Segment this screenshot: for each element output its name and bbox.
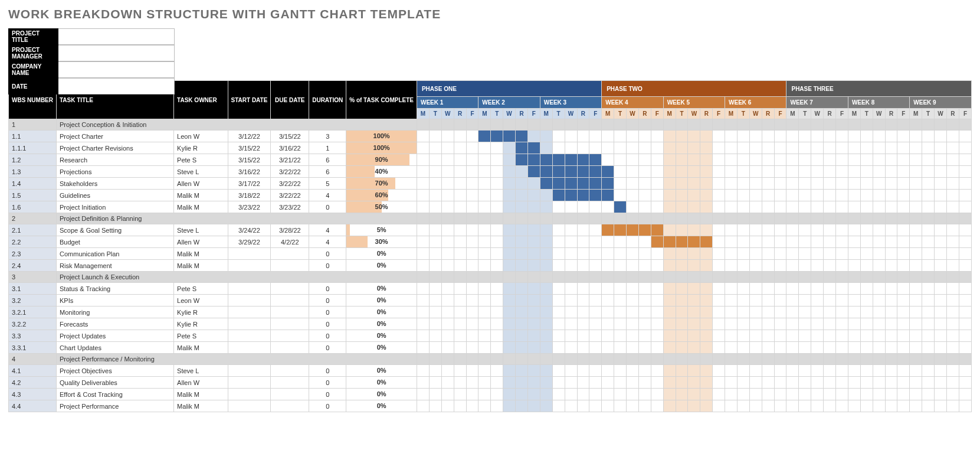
gantt-cell[interactable]: [626, 236, 638, 248]
gantt-cell[interactable]: [725, 354, 738, 365]
gantt-cell[interactable]: [762, 365, 774, 377]
task-title-cell[interactable]: Chart Updates: [57, 342, 174, 354]
gantt-cell[interactable]: [922, 330, 935, 342]
gantt-cell[interactable]: [848, 131, 860, 142]
wbs-cell[interactable]: 1: [9, 119, 57, 131]
gantt-cell[interactable]: [848, 318, 860, 330]
gantt-cell[interactable]: [860, 119, 873, 131]
gantt-cell[interactable]: [786, 166, 799, 178]
gantt-cell[interactable]: [602, 119, 614, 131]
gantt-cell[interactable]: [910, 272, 922, 283]
gantt-cell[interactable]: [774, 201, 786, 213]
gantt-cell[interactable]: [713, 295, 725, 306]
gantt-cell[interactable]: [725, 272, 738, 283]
gantt-cell[interactable]: [577, 131, 589, 142]
gantt-cell[interactable]: [441, 377, 454, 389]
gantt-cell[interactable]: [811, 201, 824, 213]
gantt-cell[interactable]: [836, 330, 848, 342]
gantt-cell[interactable]: [663, 190, 676, 201]
gantt-cell[interactable]: [516, 260, 528, 272]
gantt-cell[interactable]: [947, 365, 959, 377]
gantt-cell[interactable]: [774, 119, 786, 131]
wbs-cell[interactable]: 2: [9, 213, 57, 224]
gantt-cell[interactable]: [441, 201, 454, 213]
gantt-cell[interactable]: [873, 154, 885, 166]
gantt-cell[interactable]: [811, 342, 824, 354]
start-date-cell[interactable]: 3/16/22: [228, 166, 271, 178]
gantt-cell[interactable]: [762, 283, 774, 295]
gantt-cell[interactable]: [725, 166, 738, 178]
duration-cell[interactable]: 0: [309, 400, 346, 412]
gantt-cell[interactable]: [737, 283, 749, 295]
gantt-cell[interactable]: [947, 318, 959, 330]
gantt-cell[interactable]: [725, 119, 738, 131]
gantt-cell[interactable]: [824, 224, 836, 236]
gantt-cell[interactable]: [848, 365, 860, 377]
gantt-cell[interactable]: [602, 330, 614, 342]
gantt-cell[interactable]: [589, 272, 602, 283]
gantt-cell[interactable]: [959, 213, 971, 224]
gantt-cell[interactable]: [811, 131, 824, 142]
gantt-cell[interactable]: [897, 166, 910, 178]
gantt-cell[interactable]: [614, 178, 627, 190]
gantt-cell[interactable]: [713, 330, 725, 342]
gantt-cell[interactable]: [417, 260, 429, 272]
gantt-cell[interactable]: [565, 400, 577, 412]
gantt-cell[interactable]: [626, 119, 638, 131]
gantt-cell[interactable]: [466, 283, 478, 295]
gantt-cell[interactable]: [922, 142, 935, 154]
gantt-cell[interactable]: [651, 342, 663, 354]
gantt-cell[interactable]: [774, 354, 786, 365]
gantt-cell[interactable]: [454, 213, 466, 224]
gantt-cell[interactable]: [589, 154, 602, 166]
gantt-cell[interactable]: [799, 330, 811, 342]
duration-cell[interactable]: 1: [309, 142, 346, 154]
gantt-cell[interactable]: [910, 342, 922, 354]
gantt-cell[interactable]: [516, 365, 528, 377]
gantt-cell[interactable]: [836, 318, 848, 330]
gantt-cell[interactable]: [762, 295, 774, 306]
gantt-cell[interactable]: [947, 354, 959, 365]
gantt-cell[interactable]: [527, 389, 540, 400]
duration-cell[interactable]: 0: [309, 365, 346, 377]
duration-cell[interactable]: 0: [309, 283, 346, 295]
pct-complete-cell[interactable]: 60%: [346, 190, 417, 201]
gantt-cell[interactable]: [959, 389, 971, 400]
gantt-cell[interactable]: [935, 283, 947, 295]
wbs-cell[interactable]: 1.2: [9, 154, 57, 166]
gantt-cell[interactable]: [516, 354, 528, 365]
gantt-cell[interactable]: [454, 260, 466, 272]
gantt-cell[interactable]: [441, 306, 454, 318]
gantt-cell[interactable]: [737, 248, 749, 260]
gantt-cell[interactable]: [848, 354, 860, 365]
gantt-cell[interactable]: [602, 178, 614, 190]
gantt-cell[interactable]: [910, 213, 922, 224]
gantt-cell[interactable]: [688, 377, 700, 389]
gantt-cell[interactable]: [897, 330, 910, 342]
start-date-cell[interactable]: [228, 306, 271, 318]
gantt-cell[interactable]: [824, 377, 836, 389]
gantt-cell[interactable]: [491, 400, 503, 412]
gantt-cell[interactable]: [565, 166, 577, 178]
task-title-cell[interactable]: Risk Management: [57, 260, 174, 272]
gantt-cell[interactable]: [935, 131, 947, 142]
gantt-cell[interactable]: [491, 306, 503, 318]
gantt-cell[interactable]: [713, 306, 725, 318]
gantt-cell[interactable]: [602, 342, 614, 354]
wbs-cell[interactable]: 1.5: [9, 190, 57, 201]
gantt-cell[interactable]: [478, 201, 491, 213]
gantt-cell[interactable]: [811, 178, 824, 190]
gantt-cell[interactable]: [626, 201, 638, 213]
start-date-cell[interactable]: [228, 342, 271, 354]
gantt-cell[interactable]: [626, 342, 638, 354]
gantt-cell[interactable]: [527, 213, 540, 224]
gantt-cell[interactable]: [713, 119, 725, 131]
gantt-cell[interactable]: [897, 131, 910, 142]
due-date-cell[interactable]: 3/16/22: [271, 142, 309, 154]
gantt-cell[interactable]: [799, 166, 811, 178]
duration-cell[interactable]: 0: [309, 201, 346, 213]
gantt-cell[interactable]: [749, 201, 762, 213]
gantt-cell[interactable]: [688, 260, 700, 272]
task-owner-cell[interactable]: Steve L: [174, 224, 228, 236]
gantt-cell[interactable]: [466, 365, 478, 377]
